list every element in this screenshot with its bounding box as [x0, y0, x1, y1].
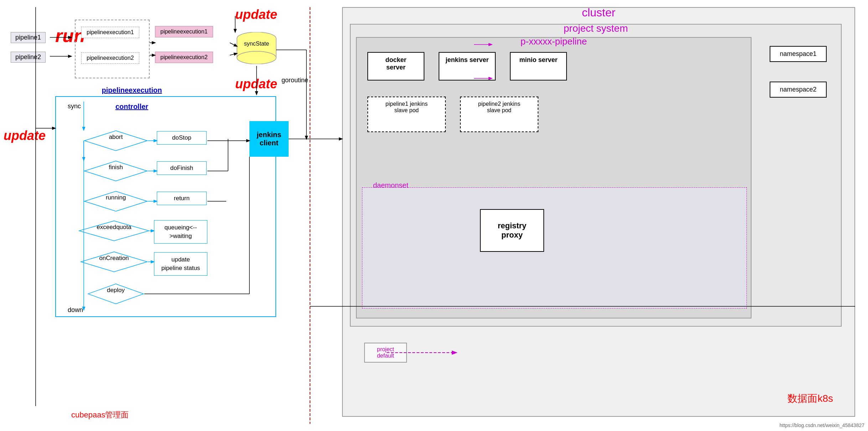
pe-pink-box-1: pipelineexecution1 [155, 26, 213, 37]
slave-pod1: pipeline1 jenkinsslave pod [367, 97, 446, 132]
syncstate-label: syncState [235, 41, 278, 47]
action-return: return [157, 192, 207, 205]
daemonset-title: daemonset [373, 181, 408, 189]
controller-label: pipelineexecution controller [96, 86, 167, 111]
project-system: project system p-xxxxx-pipeline dockerse… [350, 24, 842, 327]
action-dofinish: doFinish [157, 161, 207, 175]
diamond-finish: finish [84, 160, 148, 183]
goroutine-label: goroutine [281, 77, 308, 84]
syncstate-cylinder: syncState [235, 32, 278, 66]
sync-label: sync [68, 103, 81, 110]
down-label: down [68, 306, 83, 314]
cluster-outer: cluster project system p-xxxxx-pipeline … [342, 7, 855, 417]
action-dostop: doStop [157, 131, 207, 145]
action-update-pipeline: updatepipeline status [154, 252, 207, 276]
namespace2-box: namespace2 [770, 82, 827, 98]
diamond-oncreation: onCreation [80, 251, 148, 274]
minio-server: minio server [510, 52, 567, 81]
diamond-deploy: deploy [87, 283, 144, 306]
cubepaas-label: cubepaas管理面 [71, 410, 129, 420]
pe-pink-group: pipelineexecution1 pipelineexecution2 [155, 20, 230, 78]
action-queueing: queueing<-->waiting [154, 220, 207, 244]
cluster-title: cluster [582, 6, 615, 19]
diamond-abort: abort [84, 130, 148, 153]
url-label: https://blog.csdn.net/weixin_45843827 [780, 422, 864, 428]
project-system-title: project system [564, 23, 628, 34]
update-label-mid: update [235, 77, 277, 92]
pipeline2-box: pipeline2 [11, 52, 46, 63]
update-label-top: update [235, 7, 277, 22]
pipeline1-label: pipeline1 [15, 34, 41, 41]
data-plane-label: 数据面k8s [787, 392, 833, 405]
pipeline1-box: pipeline1 [11, 32, 46, 43]
pe-dashed-box-1: pipelineexecution1 [81, 27, 139, 38]
project-default: project default [364, 343, 407, 363]
pe-dashed-group: pipelineexecution1 pipelineexecution2 [75, 20, 150, 78]
namespace1-box: namespace1 [770, 46, 827, 62]
daemonset-area: daemonset registryproxy [362, 187, 747, 308]
pipeline-area-title: p-xxxxx-pipeline [521, 36, 587, 47]
docker-server: dockerserver [367, 52, 424, 81]
svg-point-4 [237, 51, 276, 64]
pe-dashed-box-2: pipelineexecution2 [81, 52, 139, 64]
pe-pink-box-2: pipelineexecution2 [155, 52, 213, 63]
diamond-running: running [84, 191, 148, 213]
jenkins-server: jenkins server [439, 52, 496, 81]
pipeline-area: p-xxxxx-pipeline dockerserver jenkins se… [356, 37, 751, 318]
diagram-container: pipeline1 pipeline2 run pipelineexecutio… [0, 0, 868, 431]
jenkins-client: jenkinsclient [249, 121, 289, 157]
diamond-exceedquota: exceedquota [78, 220, 150, 243]
registry-proxy-box: registryproxy [480, 209, 544, 252]
pipeline2-label: pipeline2 [15, 53, 41, 61]
update-label-left: update [4, 128, 46, 143]
slave-pod2: pipeline2 jenkinsslave pod [460, 97, 538, 132]
